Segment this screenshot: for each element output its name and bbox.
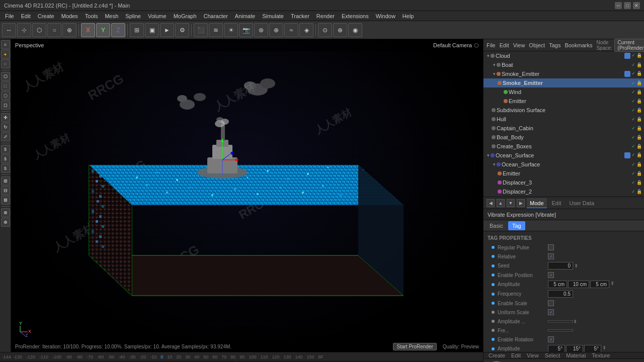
menu-window[interactable]: Window bbox=[373, 12, 398, 21]
tool-lights[interactable]: ☀ bbox=[224, 23, 238, 37]
left-tool-live-selection[interactable]: ⬡ bbox=[1, 72, 10, 81]
tree-item-boat[interactable]: ▾ Boat ✓ 🔒 bbox=[484, 60, 644, 69]
tree-lock-displacer3[interactable]: 🔒 bbox=[636, 180, 642, 185]
left-tool-6[interactable]: ⊠ bbox=[1, 196, 10, 205]
tree-item-captain[interactable]: Captain_Cabin ✓ 🔒 bbox=[484, 124, 644, 133]
rh-object[interactable]: Object bbox=[529, 42, 545, 48]
left-tool-lasso[interactable]: ◌ bbox=[1, 91, 10, 100]
prop-nav-back[interactable]: ◀ bbox=[487, 199, 495, 207]
tree-item-displacer2[interactable]: Displacer_2 ✓ 🔒 bbox=[484, 187, 644, 196]
check-enable-position[interactable] bbox=[548, 272, 554, 278]
tree-lock-captain[interactable]: 🔒 bbox=[636, 126, 642, 131]
tool-particles[interactable]: ⊛ bbox=[254, 23, 268, 37]
object-tree[interactable]: ▾ Cloud ✓ 🔒 ▾ Boat ✓ 🔒 bbox=[484, 51, 644, 197]
tree-check-wind[interactable]: ✓ bbox=[631, 89, 635, 95]
tool-select[interactable]: ⊹ bbox=[17, 23, 31, 37]
amp-scale-spinner[interactable]: ⬍ bbox=[573, 319, 577, 324]
menu-help[interactable]: Help bbox=[399, 12, 417, 21]
check-enable-rotation[interactable] bbox=[548, 336, 554, 342]
prop-nav-up[interactable]: ▲ bbox=[497, 199, 505, 207]
menu-volume[interactable]: Volume bbox=[145, 12, 170, 21]
tree-item-displacer3[interactable]: Displacer_3 ✓ 🔒 bbox=[484, 178, 644, 187]
input-seed[interactable]: 0 bbox=[548, 262, 573, 269]
tree-check-hull[interactable]: ✓ bbox=[631, 117, 635, 122]
left-tool-5[interactable]: ⊟ bbox=[1, 186, 10, 195]
maximize-button[interactable]: □ bbox=[624, 2, 631, 9]
br-tab-view[interactable]: View bbox=[525, 352, 541, 358]
start-prerender-button[interactable]: Start ProRender bbox=[393, 343, 436, 350]
tree-lock-hull[interactable]: 🔒 bbox=[636, 117, 642, 122]
tool-move[interactable]: ↔ bbox=[2, 23, 16, 37]
tree-lock-smoke-p[interactable]: 🔒 bbox=[636, 71, 642, 77]
tool-null[interactable]: ⊕ bbox=[62, 23, 76, 37]
left-tool-rect[interactable]: □ bbox=[1, 81, 10, 90]
tree-item-wind[interactable]: Wind ✓ 🔒 bbox=[484, 87, 644, 97]
tool-hair[interactable]: ≈ bbox=[284, 23, 298, 37]
check-enable-scale[interactable] bbox=[548, 300, 554, 306]
menu-character[interactable]: Character bbox=[201, 12, 231, 21]
left-tool-rotate[interactable]: ↻ bbox=[1, 123, 10, 132]
tree-lock-wind[interactable]: 🔒 bbox=[636, 89, 642, 95]
node-space-value[interactable]: Current (ProRender) bbox=[614, 39, 644, 52]
left-tool-object[interactable]: ● bbox=[1, 50, 10, 59]
tree-expand-boat[interactable]: ▾ bbox=[492, 62, 497, 67]
tree-lock-subdiv[interactable]: 🔒 bbox=[636, 108, 642, 113]
input-rot-x[interactable]: 5° bbox=[548, 345, 565, 352]
menu-file[interactable]: File bbox=[2, 12, 17, 21]
prop-tab-mode[interactable]: Mode bbox=[527, 198, 547, 208]
menu-spline[interactable]: Spline bbox=[122, 12, 144, 21]
tool-render-region[interactable]: ▣ bbox=[145, 23, 159, 37]
tool-scene[interactable]: ◈ bbox=[299, 23, 313, 37]
rh-bookmarks[interactable]: Bookmarks bbox=[565, 42, 592, 48]
tool-y-axis[interactable]: Y bbox=[96, 23, 110, 37]
tool-material[interactable]: ◉ bbox=[348, 23, 362, 37]
ptab-tag[interactable]: Tag bbox=[508, 221, 525, 230]
tool-grid[interactable]: ⊞ bbox=[130, 23, 144, 37]
tool-z-axis[interactable]: Z bbox=[111, 23, 125, 37]
left-tool-1[interactable]: $ bbox=[1, 145, 10, 154]
tree-item-create-boxes[interactable]: Create_Boxes ✓ 🔒 bbox=[484, 142, 644, 151]
left-tool-8[interactable]: ⊕ bbox=[1, 218, 10, 227]
menu-edit[interactable]: Edit bbox=[18, 12, 34, 21]
tree-check-subdiv[interactable]: ✓ bbox=[631, 108, 635, 113]
prop-nav-down[interactable]: ▼ bbox=[507, 199, 515, 207]
rot-amp-spinner[interactable]: ⬍ bbox=[602, 345, 606, 352]
tool-mograph[interactable]: ⊕ bbox=[269, 23, 283, 37]
tool-render[interactable]: ► bbox=[160, 23, 174, 37]
prop-tab-userdata[interactable]: User Data bbox=[567, 198, 598, 208]
tree-item-emitter2[interactable]: Emitter ✓ 🔒 bbox=[484, 169, 644, 178]
tree-item-ocean-group[interactable]: ▾ Ocean_Surface ✓ 🔒 bbox=[484, 151, 644, 160]
left-tool-poly-lasso[interactable]: ◻ bbox=[1, 101, 10, 110]
tool-cube[interactable]: ⬛ bbox=[194, 23, 208, 37]
tree-lock-cloud[interactable]: 🔒 bbox=[636, 53, 642, 59]
input-amp-z[interactable]: 5 cm bbox=[590, 281, 609, 288]
tree-check-boat-body[interactable]: ✓ bbox=[631, 135, 635, 140]
menu-render[interactable]: Render bbox=[313, 12, 338, 21]
tree-check-smoke[interactable]: ✓ bbox=[631, 80, 635, 85]
tree-tag-ocean-group[interactable] bbox=[624, 152, 630, 158]
tree-item-hull[interactable]: Hull ✓ 🔒 bbox=[484, 115, 644, 124]
menu-animate[interactable]: Animate bbox=[232, 12, 258, 21]
menu-extensions[interactable]: Extensions bbox=[339, 12, 372, 21]
tree-check-emitter2[interactable]: ✓ bbox=[631, 171, 635, 176]
tree-item-smoke-emitter[interactable]: Smoke_Emitter ✓ 🔒 bbox=[484, 78, 644, 87]
tree-lock-smoke[interactable]: 🔒 bbox=[636, 80, 642, 85]
tree-item-boat-body[interactable]: Boat_Body ✓ 🔒 bbox=[484, 133, 644, 142]
br-tab-material[interactable]: Material bbox=[564, 352, 588, 358]
tree-lock-boat[interactable]: 🔒 bbox=[636, 62, 642, 67]
input-amp-scale[interactable] bbox=[548, 320, 573, 322]
tree-expand-smoke-p[interactable]: ▾ bbox=[492, 71, 497, 76]
tree-check-boat[interactable]: ✓ bbox=[631, 62, 635, 67]
left-tool-3[interactable]: $ bbox=[1, 164, 10, 173]
tree-check-boxes[interactable]: ✓ bbox=[631, 144, 635, 149]
left-tool-2[interactable]: $ bbox=[1, 154, 10, 163]
rh-tags[interactable]: Tags bbox=[549, 42, 560, 48]
tree-check-emitter1[interactable]: ✓ bbox=[631, 99, 635, 104]
check-uniform-scale[interactable] bbox=[548, 309, 554, 315]
tree-lock-boat-body[interactable]: 🔒 bbox=[636, 135, 642, 140]
tree-tag-smoke-p[interactable] bbox=[624, 71, 630, 77]
rh-edit[interactable]: Edit bbox=[500, 42, 509, 48]
tree-expand-ocean[interactable]: ▾ bbox=[486, 153, 491, 158]
tree-check-ocean-s[interactable]: ✓ bbox=[631, 162, 635, 167]
tree-lock-emitter1[interactable]: 🔒 bbox=[636, 99, 642, 104]
